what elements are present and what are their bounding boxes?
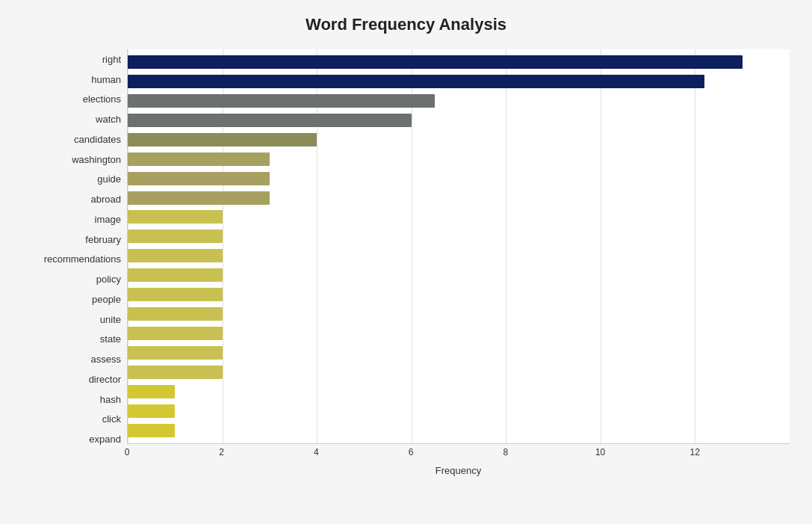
y-label-state: state	[100, 330, 121, 349]
x-axis-title: Frequency	[127, 465, 790, 476]
y-label-policy: policy	[96, 270, 121, 289]
x-tick-2: 2	[219, 447, 224, 457]
y-label-unite: unite	[100, 309, 121, 329]
y-label-image: image	[95, 209, 121, 229]
x-axis: 024681012 Frequency	[127, 447, 790, 476]
bar-policy	[128, 268, 223, 282]
x-tick-4: 4	[314, 447, 319, 457]
bar-director	[128, 366, 223, 379]
bars-area	[127, 49, 790, 444]
bar-recommendations	[128, 249, 223, 262]
bar-row-policy	[128, 267, 790, 283]
bar-row-abroad	[128, 190, 790, 206]
bar-row-people	[128, 286, 790, 303]
bar-guide	[128, 172, 270, 185]
x-tick-12: 12	[690, 447, 700, 457]
bar-abroad	[128, 191, 270, 205]
bar-row-washington	[128, 151, 790, 167]
y-label-abroad: abroad	[91, 190, 121, 209]
bar-washington	[128, 152, 270, 166]
bar-expand	[128, 424, 175, 437]
bars-and-x: 024681012 Frequency	[127, 49, 790, 476]
chart-area: righthumanelectionswatchcandidateswashin…	[22, 49, 790, 476]
bar-people	[128, 288, 223, 301]
bar-row-unite	[128, 306, 790, 322]
bar-hash	[128, 385, 175, 398]
bar-click	[128, 404, 175, 418]
x-tick-10: 10	[595, 447, 605, 457]
bar-row-watch	[128, 112, 790, 129]
bar-row-guide	[128, 170, 790, 187]
y-label-washington: washington	[72, 150, 121, 169]
bar-row-expand	[128, 422, 790, 439]
bar-row-february	[128, 228, 790, 244]
y-label-click: click	[102, 410, 121, 429]
y-label-right: right	[102, 49, 121, 69]
y-label-hash: hash	[100, 389, 121, 409]
y-label-director: director	[89, 369, 121, 389]
bar-february	[128, 229, 223, 243]
y-label-watch: watch	[96, 110, 121, 129]
y-label-guide: guide	[97, 170, 121, 189]
y-label-recommendations: recommendations	[44, 250, 121, 269]
bar-watch	[128, 114, 412, 127]
bar-human	[128, 75, 704, 88]
bar-row-director	[128, 364, 790, 380]
bar-unite	[128, 307, 223, 321]
y-label-candidates: candidates	[74, 129, 121, 149]
bar-assess	[128, 346, 223, 360]
bar-row-assess	[128, 345, 790, 361]
bar-row-candidates	[128, 132, 790, 148]
bar-candidates	[128, 133, 317, 147]
y-label-expand: expand	[89, 430, 121, 449]
bar-row-image	[128, 209, 790, 225]
y-label-people: people	[92, 289, 121, 309]
y-label-elections: elections	[83, 90, 121, 109]
x-tick-0: 0	[125, 447, 130, 457]
bar-rows	[128, 49, 790, 443]
bar-row-click	[128, 403, 790, 419]
bar-row-recommendations	[128, 247, 790, 264]
y-label-assess: assess	[91, 350, 121, 369]
bar-elections	[128, 94, 435, 108]
bar-row-right	[128, 54, 790, 70]
chart-container: Word Frequency Analysis righthumanelecti…	[0, 0, 812, 524]
y-axis-labels: righthumanelectionswatchcandidateswashin…	[22, 49, 127, 476]
bar-image	[128, 210, 223, 224]
bar-row-elections	[128, 93, 790, 109]
bar-state	[128, 327, 223, 340]
chart-title: Word Frequency Analysis	[22, 15, 790, 34]
bar-row-hash	[128, 383, 790, 400]
x-tick-6: 6	[409, 447, 414, 457]
y-label-human: human	[91, 70, 121, 89]
bar-row-human	[128, 73, 790, 90]
x-tick-8: 8	[503, 447, 509, 457]
x-tick-labels: 024681012	[127, 447, 790, 462]
bar-row-state	[128, 325, 790, 342]
bar-right	[128, 55, 743, 69]
y-label-february: february	[85, 229, 121, 249]
